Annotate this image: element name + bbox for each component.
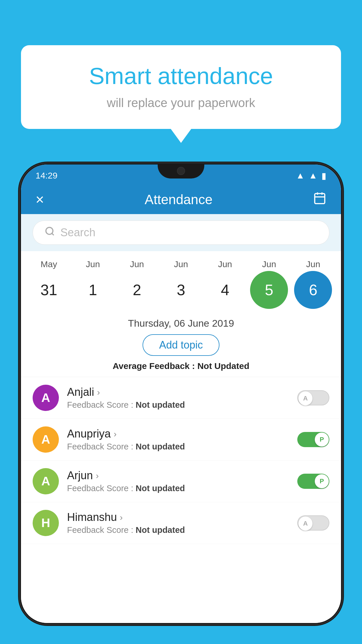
toggle-knob: A: [298, 391, 312, 405]
calendar-dates: 31 1 2 3 4 5 6: [27, 271, 335, 309]
date-3[interactable]: 3: [162, 271, 200, 309]
svg-point-4: [46, 228, 53, 235]
phone-notch: [158, 163, 204, 178]
avatar: A: [33, 468, 59, 494]
date-6-selected[interactable]: 6: [294, 271, 332, 309]
search-placeholder: Search: [60, 226, 95, 239]
student-name[interactable]: Anupriya ›: [67, 428, 289, 440]
student-info: Anjali › Feedback Score : Not updated: [67, 386, 289, 410]
attendance-toggle[interactable]: A: [297, 515, 329, 531]
list-item: A Anjali › Feedback Score : Not updated …: [21, 377, 341, 419]
app-bar-title: Attendance: [145, 192, 212, 207]
signal-icon: ▲: [309, 171, 317, 181]
app-bar: × Attendance: [21, 185, 341, 214]
speech-bubble: Smart attendance will replace your paper…: [21, 45, 341, 129]
list-item: A Anupriya › Feedback Score : Not update…: [21, 419, 341, 461]
student-info: Himanshu › Feedback Score : Not updated: [67, 511, 289, 535]
search-container: Search: [21, 214, 341, 251]
student-name[interactable]: Himanshu ›: [67, 511, 289, 524]
chevron-right-icon: ›: [96, 471, 99, 481]
toggle-knob: P: [315, 474, 329, 488]
calendar-months: May Jun Jun Jun Jun Jun Jun: [27, 259, 335, 269]
bubble-subtitle: will replace your paperwork: [44, 96, 318, 110]
add-topic-button[interactable]: Add topic: [143, 334, 219, 356]
attendance-toggle[interactable]: P: [297, 474, 329, 489]
phone-screen: 14:29 ▲ ▲ ▮ × Attendance: [21, 164, 341, 623]
feedback-score: Feedback Score : Not updated: [67, 484, 289, 493]
feedback-avg-label: Average Feedback :: [113, 361, 197, 371]
wifi-icon: ▲: [296, 171, 305, 181]
calendar-strip: May Jun Jun Jun Jun Jun Jun 31 1 2 3 4 5…: [21, 251, 341, 312]
date-31[interactable]: 31: [30, 271, 68, 309]
chevron-right-icon: ›: [97, 387, 100, 397]
battery-icon: ▮: [321, 171, 326, 181]
svg-line-5: [52, 233, 54, 235]
attendance-toggle[interactable]: A: [297, 390, 329, 405]
month-5: Jun: [250, 259, 288, 269]
feedback-score: Feedback Score : Not updated: [67, 525, 289, 535]
month-1: Jun: [74, 259, 112, 269]
search-icon: [45, 226, 55, 239]
avatar: A: [33, 385, 59, 411]
student-name[interactable]: Arjun ›: [67, 469, 289, 482]
status-time: 14:29: [36, 171, 57, 181]
average-feedback: Average Feedback : Not Updated: [33, 361, 329, 371]
date-5-today[interactable]: 5: [250, 271, 288, 309]
date-4[interactable]: 4: [206, 271, 244, 309]
student-list: A Anjali › Feedback Score : Not updated …: [21, 377, 341, 623]
status-icons: ▲ ▲ ▮: [296, 171, 326, 181]
feedback-score: Feedback Score : Not updated: [67, 442, 289, 452]
month-4: Jun: [206, 259, 244, 269]
speech-bubble-container: Smart attendance will replace your paper…: [21, 45, 341, 129]
svg-rect-0: [315, 194, 325, 204]
phone-camera: [177, 167, 185, 175]
list-item: A Arjun › Feedback Score : Not updated P: [21, 461, 341, 502]
toggle-knob: P: [315, 433, 329, 447]
avatar: H: [33, 510, 59, 536]
search-bar[interactable]: Search: [33, 220, 329, 245]
phone-wrapper: 14:29 ▲ ▲ ▮ × Attendance: [20, 163, 342, 644]
chevron-right-icon: ›: [120, 512, 123, 522]
phone-frame: 14:29 ▲ ▲ ▮ × Attendance: [20, 163, 342, 624]
student-info: Anupriya › Feedback Score : Not updated: [67, 428, 289, 452]
bubble-title: Smart attendance: [44, 63, 318, 90]
toggle-knob: A: [298, 517, 312, 531]
month-2: Jun: [118, 259, 156, 269]
calendar-icon[interactable]: [313, 191, 326, 208]
date-1[interactable]: 1: [74, 271, 112, 309]
date-2[interactable]: 2: [118, 271, 156, 309]
student-name[interactable]: Anjali ›: [67, 386, 289, 398]
list-item: H Himanshu › Feedback Score : Not update…: [21, 502, 341, 544]
feedback-score: Feedback Score : Not updated: [67, 400, 289, 410]
chevron-right-icon: ›: [114, 429, 117, 439]
close-button[interactable]: ×: [36, 191, 44, 208]
feedback-avg-value: Not Updated: [197, 361, 249, 371]
selected-date-label: Thursday, 06 June 2019: [33, 318, 329, 329]
month-6: Jun: [294, 259, 332, 269]
date-info-section: Thursday, 06 June 2019 Add topic Average…: [21, 312, 341, 377]
month-0: May: [30, 259, 68, 269]
attendance-toggle[interactable]: P: [297, 432, 329, 447]
student-info: Arjun › Feedback Score : Not updated: [67, 469, 289, 493]
month-3: Jun: [162, 259, 200, 269]
avatar: A: [33, 426, 59, 453]
